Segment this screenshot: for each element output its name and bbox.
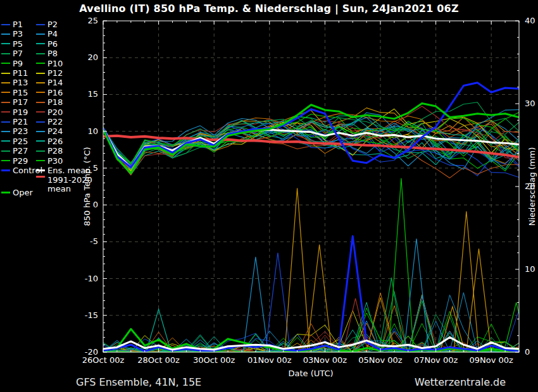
- x-tick-label: 03Nov 00z: [303, 355, 347, 365]
- plot-frame: [103, 21, 519, 352]
- legend-label: P15: [13, 88, 28, 97]
- legend-item-p1: P1: [1, 20, 23, 29]
- legend-label: P10: [47, 59, 63, 68]
- legend-item-p15: P15: [1, 88, 28, 97]
- legend-item-p24: P24: [36, 126, 63, 136]
- legend-item-p3: P3: [1, 29, 23, 39]
- legend-item-p30: P30: [36, 156, 63, 166]
- legend-swatch: [36, 63, 45, 64]
- legend-swatch: [36, 121, 45, 123]
- x-tick-label: 05Nov 00z: [358, 355, 403, 365]
- x-tick-label: 09Nov 00z: [469, 355, 513, 365]
- legend-label: Oper: [13, 188, 33, 197]
- legend-item-p26: P26: [36, 137, 63, 146]
- legend-label: P7: [13, 49, 23, 58]
- legend-item-p19: P19: [1, 107, 28, 117]
- legend-item-p8: P8: [36, 49, 58, 58]
- legend-swatch: [36, 102, 45, 103]
- legend-label: P22: [47, 117, 63, 126]
- legend-swatch: [1, 131, 10, 132]
- legend-label: P25: [13, 137, 28, 146]
- legend-swatch: [1, 111, 10, 113]
- legend-swatch: [1, 160, 10, 161]
- legend-swatch: [36, 131, 45, 132]
- legend-item-p13: P13: [1, 78, 28, 87]
- legend-label: P17: [13, 97, 28, 107]
- legend-label: P24: [47, 126, 63, 136]
- axis-ticks: [103, 21, 519, 352]
- legend-item-p18: P18: [36, 97, 63, 107]
- legend-swatch: [1, 121, 10, 123]
- x-tick-label: 28Oct 00z: [137, 355, 180, 365]
- legend-label: P29: [13, 156, 28, 166]
- legend-label: P30: [47, 156, 63, 166]
- legend-swatch: [36, 34, 45, 35]
- legend-item-p22: P22: [36, 117, 63, 126]
- legend-label: P13: [13, 78, 28, 87]
- legend-swatch: [1, 34, 10, 35]
- legend-label: P11: [13, 68, 28, 78]
- legend-item-p29: P29: [1, 156, 28, 166]
- legend-swatch: [1, 63, 10, 64]
- legend-item-p21: P21: [1, 117, 28, 126]
- legend-swatch: [36, 43, 45, 44]
- y-axis-label-left: 850 hPa Temp. (°C): [82, 147, 92, 226]
- legend-label: P19: [13, 107, 28, 117]
- legend-item-p14: P14: [36, 78, 63, 87]
- legend-swatch: [36, 92, 45, 93]
- x-tick-label: 01Nov 00z: [247, 355, 292, 365]
- legend-label: P4: [47, 29, 58, 39]
- legend-swatch: [36, 176, 45, 178]
- x-tick-label: 30Oct 00z: [193, 355, 235, 365]
- left-tick-label: -5: [90, 236, 98, 246]
- legend-label: P21: [13, 117, 28, 126]
- legend-swatch: [1, 92, 10, 93]
- legend-label: P14: [47, 78, 63, 87]
- right-tick-label: 40: [525, 16, 535, 25]
- legend-swatch: [36, 73, 45, 74]
- legend-item-oper: Oper: [1, 188, 33, 197]
- legend-item-p9: P9: [1, 59, 23, 68]
- legend-label: P18: [47, 97, 63, 107]
- legend-swatch: [1, 73, 10, 74]
- legend-swatch: [1, 150, 10, 152]
- x-tick-label: 07Nov 00z: [414, 355, 458, 365]
- legend-swatch: [1, 102, 10, 103]
- legend-swatch: [1, 169, 10, 171]
- legend-item-p4: P4: [36, 29, 58, 39]
- right-tick-label: 0: [525, 347, 530, 357]
- x-axis-label: Date (UTC): [288, 369, 333, 378]
- y-axis-label-right: Niederschlag (mm): [527, 147, 537, 226]
- footer-model-info: GFS Ensemble, 41N, 15E: [76, 376, 201, 388]
- legend-label: P3: [13, 29, 23, 39]
- legend-item-p16: P16: [36, 88, 63, 97]
- legend-item-p28: P28: [36, 146, 63, 156]
- axis-tick-labels: 2520151050-5-10-15-2040302010026Oct 00z2…: [82, 16, 535, 365]
- legend-label: P5: [13, 39, 23, 49]
- right-tick-label: 10: [525, 264, 535, 274]
- legend-label: P12: [47, 68, 63, 78]
- legend-item-p25: P25: [1, 137, 28, 146]
- legend-item-p20: P20: [36, 107, 63, 117]
- legend-item-p2: P2: [36, 20, 58, 29]
- legend-label: P9: [13, 59, 23, 68]
- grid-lines: [103, 21, 519, 352]
- plot-area: [103, 83, 529, 352]
- member-precip-spike: [243, 257, 268, 352]
- right-tick-label: 30: [525, 99, 535, 108]
- left-tick-label: -15: [85, 310, 98, 320]
- weather-chart-page: Avellino (IT) 850 hPa Temp. & Niederschl…: [0, 0, 538, 392]
- legend-swatch: [36, 169, 45, 171]
- footer-brand: Wetterzentrale.de: [415, 376, 506, 388]
- legend-swatch: [36, 140, 45, 142]
- legend-label: P23: [13, 126, 28, 136]
- legend-item-p5: P5: [1, 39, 23, 49]
- legend-swatch: [1, 53, 10, 54]
- legend-item-p10: P10: [36, 59, 63, 68]
- x-tick-label: 26Oct 00z: [82, 355, 125, 365]
- legend-swatch: [1, 140, 10, 142]
- legend-item-p12: P12: [36, 68, 63, 78]
- member-precip-spike: [285, 188, 310, 352]
- left-tick-label: -10: [85, 274, 98, 283]
- legend-swatch: [36, 111, 45, 113]
